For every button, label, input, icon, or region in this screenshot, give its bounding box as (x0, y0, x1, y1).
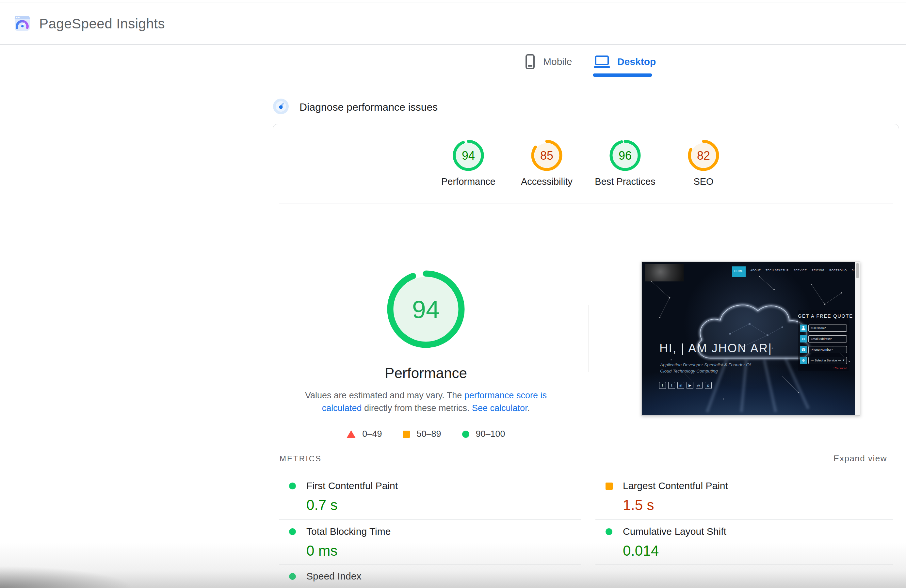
performance-gauge-label: Performance (312, 365, 540, 381)
phone-icon: ☎ (800, 346, 807, 353)
see-calculator-link[interactable]: See calculator (472, 403, 528, 413)
category-score-value: 85 (540, 149, 553, 162)
score-disclaimer: Values are estimated and may vary. The p… (302, 389, 550, 414)
vimeo-icon: v (695, 382, 702, 389)
name-field: Full Name* (808, 325, 847, 332)
site-nav-pricing: PRICING (812, 266, 825, 272)
site-nav-service: SERVICE (794, 266, 807, 272)
metric-name: Largest Contentful Paint (623, 479, 728, 493)
category-best-practices[interactable]: 96 Best Practices (592, 140, 658, 187)
performance-gauge: 94 (387, 270, 465, 350)
pass-circle-icon (289, 573, 296, 580)
metrics-header: METRICS Expand view (279, 451, 887, 467)
service-select: --- Select a Service ---▼ (808, 357, 847, 364)
site-logo-photo (645, 264, 684, 281)
site-headline: HI, | AM JHON AR| (659, 341, 772, 355)
app-logo[interactable]: PageSpeed Insights (14, 15, 165, 32)
thumbnail-scrollbar[interactable] (855, 262, 860, 415)
legend-fail: 0–49 (346, 429, 382, 439)
metric-name: Cumulative Layout Shift (623, 524, 726, 539)
average-square-icon (606, 483, 613, 490)
disclaimer-text: directly from these metrics. (362, 403, 472, 413)
category-label: Performance (441, 176, 496, 187)
strategy-tabbar: Mobile Desktop (0, 49, 906, 77)
metric-name: First Contentful Paint (306, 479, 398, 493)
facebook-icon: f (659, 382, 666, 389)
quote-field-service: ⚙ --- Select a Service ---▼ (800, 357, 847, 364)
page-screenshot-thumbnail[interactable]: HOME ABOUT TECH STARTUP SERVICE PRICING … (641, 261, 860, 416)
metric-speed-index: Speed Index (279, 564, 581, 588)
category-performance[interactable]: 94 Performance (436, 140, 501, 187)
legend-average: 50–89 (403, 429, 441, 439)
average-square-icon (403, 431, 410, 438)
legend-range: 90–100 (476, 429, 505, 439)
metrics-title: METRICS (279, 454, 322, 463)
category-score-value: 94 (462, 149, 475, 162)
user-icon (800, 325, 807, 332)
disclaimer-text: Values are estimated and may vary. The (305, 390, 464, 400)
expand-view-button[interactable]: Expand view (834, 454, 887, 464)
site-nav-blog: BLOG (852, 266, 855, 272)
category-seo[interactable]: 82 SEO (671, 140, 736, 187)
gear-icon: ⚙ (800, 357, 807, 364)
metric-tbt: Total Blocking Time 0 ms (279, 519, 581, 564)
phone-field: Phone Number* (808, 346, 847, 353)
legend-range: 50–89 (416, 429, 441, 439)
metric-value: 0 ms (306, 541, 337, 560)
tab-mobile[interactable]: Mobile (525, 52, 572, 72)
metric-value: 0.014 (623, 541, 659, 560)
quote-heading: GET A FREE QUOTE (798, 314, 849, 319)
quote-field-name: Full Name* (800, 325, 847, 332)
fail-triangle-icon (346, 430, 356, 438)
pass-circle-icon (289, 528, 296, 535)
site-nav-home: HOME (732, 266, 746, 277)
legend-range: 0–49 (362, 429, 382, 439)
metric-row-empty (595, 564, 893, 588)
site-subtitle: Application Developer Specialist & Found… (660, 362, 761, 374)
metric-name: Speed Index (306, 569, 361, 583)
required-note: *Required (834, 367, 847, 370)
category-label: Accessibility (521, 176, 573, 187)
metric-value: 1.5 s (623, 496, 654, 515)
envelope-icon: ✉ (800, 335, 807, 343)
pass-circle-icon (462, 431, 469, 438)
disclaimer-text: . (528, 403, 530, 413)
active-tab-underline (593, 73, 652, 77)
viewport-corner-shade (0, 565, 137, 588)
legend-pass: 90–100 (462, 429, 505, 439)
category-score-value: 96 (619, 149, 632, 162)
category-accessibility[interactable]: 85 Accessibility (514, 140, 579, 187)
site-preview: HOME ABOUT TECH STARTUP SERVICE PRICING … (642, 262, 855, 415)
pinterest-icon: p (705, 382, 712, 389)
desktop-laptop-icon (595, 56, 609, 65)
scrollbar-thumb[interactable] (856, 263, 859, 278)
report-card: 94 Performance 85 Accessibility 96 Best … (273, 124, 899, 588)
app-header: PageSpeed Insights (0, 3, 906, 45)
category-label: Best Practices (595, 176, 655, 187)
category-score-value: 82 (697, 149, 710, 162)
pass-circle-icon (606, 528, 613, 535)
email-field: Email Address* (808, 335, 847, 343)
performance-score-value: 94 (412, 295, 440, 323)
metric-cls: Cumulative Layout Shift 0.014 (595, 519, 893, 564)
linkedin-icon: in (677, 382, 684, 389)
quote-field-phone: ☎ Phone Number* (800, 346, 847, 353)
app-title: PageSpeed Insights (39, 16, 165, 32)
diagnose-title: Diagnose performance issues (300, 101, 438, 113)
column-divider (589, 305, 589, 372)
pagespeed-logo-icon (14, 15, 30, 32)
tab-desktop[interactable]: Desktop (595, 52, 656, 72)
quote-field-email: ✉ Email Address* (800, 335, 847, 343)
mobile-phone-icon (525, 54, 534, 69)
site-navbar: HOME ABOUT TECH STARTUP SERVICE PRICING … (732, 266, 855, 277)
category-label: SEO (693, 176, 713, 187)
diagnose-gauge-icon (273, 98, 289, 116)
caret-down-icon: ▼ (842, 357, 845, 364)
category-score-row: 94 Performance 85 Accessibility 96 Best … (273, 140, 899, 187)
metric-value: 0.7 s (306, 496, 337, 515)
metric-lcp: Largest Contentful Paint 1.5 s (595, 474, 893, 519)
site-nav-tech-startup: TECH STARTUP (766, 266, 788, 272)
site-nav-portfolio: PORTFOLIO (829, 266, 847, 272)
youtube-icon: ▶ (686, 382, 693, 389)
site-nav-about: ABOUT (751, 266, 761, 272)
